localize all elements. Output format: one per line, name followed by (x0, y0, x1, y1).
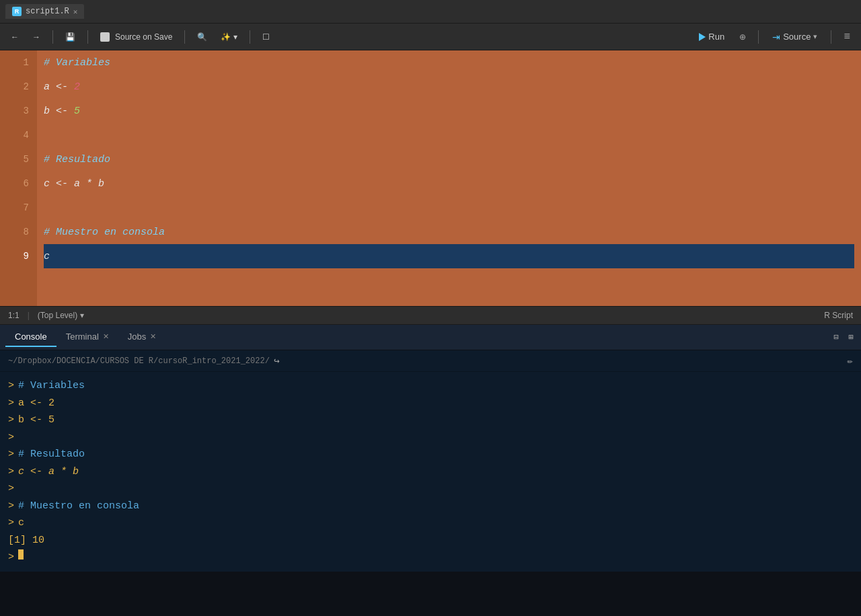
run-button[interactable]: Run (694, 30, 730, 44)
forward-button[interactable]: → (28, 30, 44, 44)
output-code-6: c <- a * b (18, 463, 79, 481)
code-line-6: c <- a * b (44, 171, 854, 196)
toolbar-separator-5 (758, 30, 759, 44)
line-num-7: 7 (0, 196, 37, 220)
back-icon: ← (11, 32, 19, 42)
terminal-close-icon[interactable]: ✕ (103, 332, 109, 341)
editor-area: 1 2 3 4 5 6 7 8 9 # Variables a <- 2 b <… (0, 50, 861, 306)
console-output[interactable]: > # Variables > a <- 2 > b <- 5 > > # Re… (0, 372, 861, 572)
back-button[interactable]: ← (7, 30, 23, 44)
maximize-console-button[interactable]: ⊞ (846, 333, 856, 342)
console-line-7: > (8, 480, 853, 498)
checkbox-icon (100, 32, 110, 42)
search-icon: 🔍 (197, 32, 207, 42)
console-line-8: > # Muestro en consola (8, 498, 853, 515)
jobs-tab-label: Jobs (128, 332, 146, 342)
code-line-9: c (44, 244, 854, 268)
result-text: [1] 10 (8, 532, 44, 549)
code-num-5: 5 (74, 106, 80, 117)
prompt-5: > (8, 446, 14, 463)
separator: | (28, 311, 30, 320)
editor-tab-bar: R script1.R ✕ (0, 0, 861, 24)
toolbar-separator-1 (52, 30, 53, 44)
code-line-5: # Resultado (44, 147, 854, 171)
scope-label: (Top Level) (38, 311, 77, 320)
file-type[interactable]: R Script (824, 311, 853, 320)
console-prompt-line: > (8, 549, 853, 566)
code-content[interactable]: # Variables a <- 2 b <- 5 # Resultado c … (37, 50, 861, 306)
console-line-6: > c <- a * b (8, 463, 853, 481)
console-tab-console[interactable]: Console (5, 328, 57, 347)
prompt-8: > (8, 498, 14, 515)
magic-button[interactable]: ✨ ▾ (217, 30, 241, 44)
code-var-a: a <- (44, 81, 74, 93)
code-line-4 (44, 123, 854, 147)
code-line-3: b <- 5 (44, 99, 854, 123)
source-on-save-label: Source on Save (115, 32, 172, 42)
console-line-4: > (8, 429, 853, 447)
code-comment-1: # Variables (44, 57, 110, 69)
run-play-icon (699, 33, 706, 41)
console-tab-label: Console (15, 332, 47, 342)
forward-icon: → (32, 32, 40, 42)
prompt-2: > (8, 395, 14, 412)
line-num-6: 6 (0, 171, 37, 196)
source-label: Source (783, 32, 811, 42)
editor-toolbar: ← → 💾 Source on Save 🔍 ✨ ▾ ☐ Run ⊕ ⇥ Sou… (0, 24, 861, 50)
console-line-2: > a <- 2 (8, 395, 853, 412)
terminal-tab-label: Terminal (66, 332, 99, 342)
code-line-8: # Muestro en consola (44, 220, 854, 244)
output-code-3: b <- 5 (18, 412, 54, 429)
prompt-7: > (8, 480, 14, 498)
prompt-final: > (8, 549, 14, 566)
output-code-2: a <- 2 (18, 395, 54, 412)
console-line-5: > # Resultado (8, 446, 853, 463)
line-num-4: 4 (0, 123, 37, 147)
output-comment-1: # Variables (18, 377, 85, 395)
magic-dropdown: ▾ (233, 32, 237, 42)
path-arrow-icon[interactable]: ↪ (274, 355, 279, 367)
toolbar-separator-3 (184, 30, 185, 44)
source-button[interactable]: ⇥ Source ▾ (767, 30, 823, 44)
console-window-controls: ⊟ ⊞ (831, 333, 856, 342)
path-text: ~/Dropbox/DOCENCIA/CURSOS DE R/cursoR_in… (8, 356, 270, 366)
code-comment-5: # Resultado (44, 154, 110, 165)
search-button[interactable]: 🔍 (193, 30, 211, 44)
cursor-blink (18, 549, 24, 560)
console-tab-jobs[interactable]: Jobs ✕ (118, 328, 165, 347)
scope-indicator[interactable]: (Top Level) ▾ (38, 311, 84, 320)
toolbar-separator-2 (87, 30, 88, 44)
toolbar-right: Run ⊕ ⇥ Source ▾ ≡ (694, 29, 854, 45)
console-tab-terminal[interactable]: Terminal ✕ (57, 328, 118, 347)
code-var-c: c (44, 251, 50, 262)
source-arrow-icon: ⇥ (772, 32, 780, 42)
toolbar-separator-4 (250, 30, 250, 44)
code-num-2: 2 (74, 81, 80, 93)
save-icon: 💾 (65, 32, 75, 42)
save-button[interactable]: 💾 (61, 30, 79, 44)
code-line-1: # Variables (44, 50, 854, 75)
code-expr-6: c <- a * b (44, 178, 104, 190)
code-line-7 (44, 196, 854, 220)
tab-close-icon[interactable]: ✕ (73, 7, 78, 16)
scope-dropdown-icon: ▾ (80, 311, 84, 320)
run-extra-button[interactable]: ⊕ (735, 30, 750, 44)
jobs-close-icon[interactable]: ✕ (150, 332, 156, 341)
console-path-display: ~/Dropbox/DOCENCIA/CURSOS DE R/cursoR_in… (8, 355, 279, 367)
compile-icon: ☐ (262, 32, 270, 42)
console-line-1: > # Variables (8, 377, 853, 395)
r-icon: R (12, 7, 22, 16)
line-numbers: 1 2 3 4 5 6 7 8 9 (0, 50, 37, 306)
compile-button[interactable]: ☐ (258, 30, 274, 44)
line-num-1: 1 (0, 50, 37, 75)
code-var-b: b <- (44, 106, 74, 117)
cursor-position: 1:1 (8, 311, 20, 320)
clear-console-button[interactable]: ✏ (848, 355, 853, 367)
console-section: Console Terminal ✕ Jobs ✕ ⊟ ⊞ ~/Dropbox/… (0, 325, 861, 572)
kebab-menu-button[interactable]: ≡ (839, 29, 854, 45)
minimize-console-button[interactable]: ⊟ (831, 333, 841, 342)
source-on-save-button[interactable]: Source on Save (96, 30, 176, 44)
code-line-2: a <- 2 (44, 75, 854, 99)
prompt-4: > (8, 429, 14, 447)
script-tab[interactable]: R script1.R ✕ (5, 4, 84, 19)
